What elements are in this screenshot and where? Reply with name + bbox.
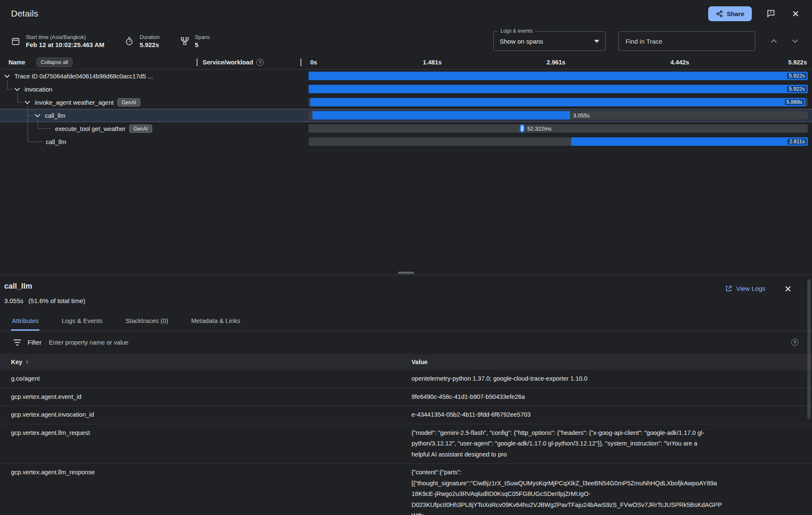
chevron-down-icon[interactable]: [4, 72, 10, 78]
help-icon[interactable]: ?: [256, 58, 264, 66]
timeline-track: 52.322ms: [309, 124, 808, 133]
value-column-header: Value: [400, 359, 812, 365]
chevron-down-icon[interactable]: [25, 99, 30, 104]
span-bar[interactable]: 5.869s: [310, 98, 806, 106]
span-row-execute-tool[interactable]: execute_tool get_weather GenAI 52.322ms: [0, 122, 812, 135]
attribute-value: e-43441354-05b2-4b11-9fdd-6f6792ee5703: [400, 409, 812, 420]
span-duration: 3.055s: [573, 112, 590, 119]
span-detail-title: call_llm: [4, 282, 32, 291]
tab-attributes[interactable]: Attributes: [11, 312, 39, 331]
close-details-button[interactable]: ✕: [790, 8, 801, 20]
collapse-all-button[interactable]: Collapse all: [36, 58, 72, 67]
attribute-row[interactable]: g.co/agent opentelemetry-python 1.37.0; …: [0, 370, 812, 388]
find-in-trace-input[interactable]: [618, 31, 755, 51]
tab-logs-events[interactable]: Logs & Events: [61, 312, 103, 331]
start-time-label: Start time (Asia/Bangkok): [26, 34, 104, 40]
attribute-row[interactable]: gcp.vertex.agent.invocation_id e-4344135…: [0, 406, 812, 424]
attribute-key: g.co/agent: [0, 373, 400, 384]
span-tree: Trace ID 0d75064afde040614b98d68c0acc17d…: [0, 70, 812, 149]
key-column-header[interactable]: Key↑: [0, 359, 400, 365]
share-button[interactable]: Share: [708, 6, 752, 21]
span-name: Trace ID 0d75064afde040614b98d68c0acc17d…: [14, 73, 153, 80]
attribute-filter-input[interactable]: [48, 339, 268, 346]
tree-connector: [7, 80, 13, 89]
genai-badge: GenAI: [117, 98, 140, 106]
find-previous-button[interactable]: [768, 35, 780, 47]
tree-connector: [17, 93, 23, 103]
duration-label: Duration: [139, 34, 159, 40]
close-span-detail-button[interactable]: ✕: [782, 283, 793, 295]
help-icon[interactable]: ?: [791, 339, 798, 346]
timeline-tick: 4.442s: [670, 59, 689, 66]
scrollbar[interactable]: [807, 279, 811, 419]
spans-count: 5: [195, 41, 210, 48]
span-detail-panel: call_llm 3.055s (51.6% of total time) Vi…: [0, 275, 812, 515]
calendar-icon: [11, 36, 20, 46]
span-bar[interactable]: 2.811s: [571, 137, 808, 146]
timeline-tick: 1.481s: [423, 59, 442, 66]
span-bar[interactable]: 5.922s: [309, 72, 808, 80]
sort-ascending-icon: ↑: [26, 359, 29, 365]
attribute-value: opentelemetry-python 1.37.0; google-clou…: [400, 373, 812, 384]
attribute-row[interactable]: gcp.vertex.agent.event_id 9fe6490c-458c-…: [0, 388, 812, 406]
trace-grid-header: Name Collapse all Service/workload ? 0s …: [0, 55, 812, 70]
tab-stacktraces[interactable]: Stacktraces (0): [125, 312, 169, 331]
column-divider: [197, 58, 197, 66]
timeline-tick: 5.922s: [788, 59, 807, 66]
attribute-key: gcp.vertex.agent.event_id: [0, 392, 400, 403]
find-next-button[interactable]: [789, 35, 801, 47]
attribute-value: {"model": "gemini-2.5-flash", "config": …: [400, 428, 812, 460]
span-bar[interactable]: [312, 111, 570, 120]
timeline-track: 3.055s: [309, 111, 808, 120]
spans-group: Spans 5: [180, 34, 210, 48]
attribute-key: gcp.vertex.agent.llm_response: [0, 467, 400, 515]
column-divider: [300, 58, 301, 66]
spans-icon: [180, 36, 189, 46]
key-header-label: Key: [11, 359, 22, 365]
spans-label: Spans: [195, 34, 210, 40]
chevron-down-icon: [790, 36, 800, 46]
attribute-filter-bar: Filter ?: [0, 331, 812, 354]
open-in-new-icon: [725, 285, 732, 292]
attribute-key: gcp.vertex.agent.llm_request: [0, 428, 400, 460]
trace-details-panel: Details Share ✕: [0, 0, 812, 515]
view-logs-button[interactable]: View Logs: [723, 284, 768, 292]
span-row-invocation[interactable]: invocation 5.922s: [0, 83, 812, 96]
logs-events-group-label: Logs & events: [498, 28, 535, 34]
view-logs-label: View Logs: [736, 285, 765, 292]
filter-label: Filter: [28, 339, 42, 346]
span-name: call_llm: [45, 112, 65, 119]
close-icon: ✕: [784, 284, 792, 293]
span-duration: 5.869s: [785, 99, 804, 105]
attribute-value: 9fe6490c-458c-41d1-b907-b50433efe26a: [400, 392, 812, 403]
chevron-down-icon[interactable]: [14, 86, 20, 91]
logs-events-select[interactable]: Logs & events Show on spans: [493, 31, 606, 51]
timeline-track: 5.869s: [309, 98, 808, 106]
attribute-row[interactable]: gcp.vertex.agent.llm_response {"content"…: [0, 464, 812, 515]
attribute-row[interactable]: gcp.vertex.agent.llm_request {"model": "…: [0, 424, 812, 464]
span-duration: 52.322ms: [527, 125, 551, 132]
span-duration: 5.922s: [787, 86, 806, 92]
timeline-tick: 0s: [310, 59, 317, 66]
panel-resize-handle[interactable]: [398, 272, 414, 274]
tree-connector: [28, 106, 43, 142]
start-time-group: Start time (Asia/Bangkok) Feb 12 at 10:0…: [11, 34, 104, 48]
span-row-trace-id[interactable]: Trace ID 0d75064afde040614b98d68c0acc17d…: [0, 70, 812, 83]
dropdown-arrow-icon: [594, 40, 599, 43]
span-row-invoke-agent[interactable]: invoke_agent weather_agent GenAI 5.869s: [0, 96, 812, 109]
genai-badge: GenAI: [129, 125, 152, 133]
feedback-button[interactable]: [765, 7, 777, 20]
span-row-call-llm-2[interactable]: call_llm 2.811s: [0, 135, 812, 148]
page-title: Details: [11, 8, 38, 19]
span-bar[interactable]: [520, 124, 525, 133]
tab-metadata-links[interactable]: Metadata & Links: [190, 312, 241, 331]
share-label: Share: [727, 10, 745, 17]
span-duration: 2.811s: [787, 139, 806, 145]
span-row-call-llm-selected[interactable]: call_llm 3.055s: [0, 109, 812, 122]
timeline-track: 5.922s: [309, 85, 808, 93]
header-bar: Details Share ✕: [0, 0, 812, 27]
attributes-table-header: Key↑ Value: [0, 354, 812, 370]
timeline-tick: 2.961s: [547, 59, 565, 66]
span-bar[interactable]: 5.922s: [309, 85, 808, 93]
logs-events-selected-value: Show on spans: [500, 38, 543, 45]
